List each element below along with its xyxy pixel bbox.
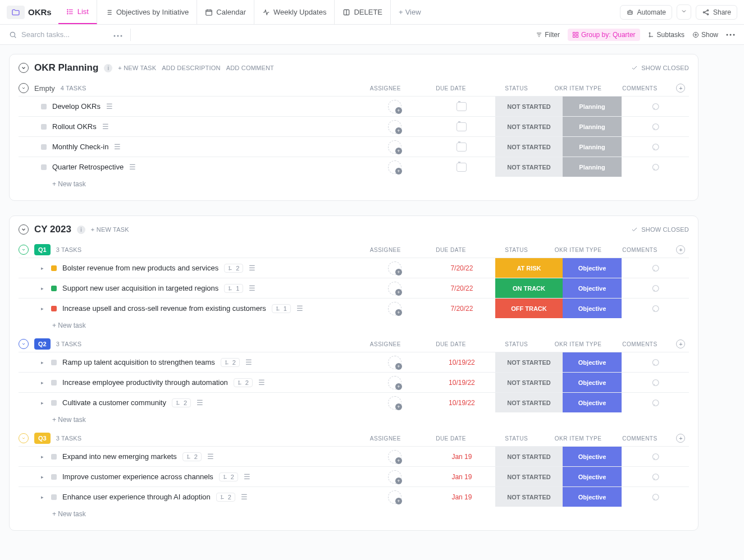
add-column-button[interactable]: + [676, 245, 685, 254]
due-date-button[interactable] [457, 122, 467, 131]
description-icon[interactable]: ☰ [245, 358, 252, 366]
task-row[interactable]: ▸ Ramp up talent acquisition to strength… [19, 352, 689, 372]
status-square-icon[interactable] [51, 494, 57, 500]
col-status[interactable]: STATUS [483, 85, 549, 91]
subtask-count[interactable]: 2 [219, 472, 238, 481]
section-collapse-toggle[interactable] [19, 63, 29, 73]
col-status[interactable]: STATUS [483, 435, 549, 442]
tab-objectives[interactable]: Objectives by Initiative [97, 0, 197, 24]
description-icon[interactable]: ☰ [207, 452, 214, 461]
assignee-add-button[interactable] [388, 302, 401, 315]
assignee-add-button[interactable] [388, 490, 401, 504]
type-chip[interactable]: Objective [563, 352, 622, 372]
col-status[interactable]: STATUS [483, 341, 549, 347]
search-more-button[interactable] [110, 27, 126, 42]
comment-icon[interactable] [650, 163, 660, 172]
col-assignee[interactable]: ASSIGNEE [353, 85, 418, 91]
comment-icon[interactable] [650, 452, 660, 461]
add-column-button[interactable]: + [676, 434, 685, 443]
expand-caret-icon[interactable]: ▸ [41, 380, 45, 385]
status-square-icon[interactable] [51, 454, 57, 460]
subtask-count[interactable]: 1 [272, 304, 291, 313]
due-date[interactable]: 10/19/22 [428, 393, 496, 412]
tab-calendar[interactable]: Calendar [197, 0, 254, 24]
type-chip[interactable]: Objective [563, 373, 622, 392]
status-chip[interactable]: NOT STARTED [495, 97, 563, 116]
description-icon[interactable]: ☰ [244, 472, 250, 481]
status-chip[interactable]: NOT STARTED [495, 467, 563, 486]
section-collapse-toggle[interactable] [19, 224, 29, 235]
group-collapse-toggle[interactable] [19, 339, 29, 349]
status-chip[interactable]: NOT STARTED [495, 137, 563, 157]
assignee-add-button[interactable] [388, 140, 401, 154]
status-square-icon[interactable] [41, 124, 47, 130]
due-date[interactable]: 7/20/22 [428, 258, 496, 278]
add-comment-button[interactable]: ADD COMMENT [226, 65, 274, 71]
task-row[interactable]: ▸ Enhance user experience through AI ado… [19, 486, 689, 507]
share-button[interactable]: Share [696, 5, 737, 20]
new-task-row-button[interactable]: + New task [19, 507, 689, 518]
expand-caret-icon[interactable]: ▸ [41, 286, 45, 291]
task-row[interactable]: ▸ Increase upsell and cross-sell revenue… [19, 298, 689, 318]
status-chip[interactable]: OFF TRACK [495, 299, 563, 318]
assignee-add-button[interactable] [388, 450, 401, 463]
expand-caret-icon[interactable]: ▸ [41, 474, 45, 480]
expand-caret-icon[interactable]: ▸ [41, 494, 45, 500]
type-chip[interactable]: Planning [563, 137, 622, 157]
new-task-row-button[interactable]: + New task [19, 412, 689, 424]
comment-icon[interactable] [650, 122, 660, 131]
assignee-add-button[interactable] [388, 470, 401, 484]
automate-dropdown[interactable] [677, 4, 691, 20]
assignee-add-button[interactable] [388, 120, 401, 134]
comment-icon[interactable] [650, 472, 660, 481]
assignee-add-button[interactable] [388, 160, 401, 174]
type-chip[interactable]: Objective [563, 258, 622, 278]
description-icon[interactable]: ☰ [197, 398, 203, 407]
subtasks-button[interactable]: Subtasks [648, 31, 684, 39]
subtask-count[interactable]: 2 [221, 358, 240, 367]
col-type[interactable]: OKR ITEM TYPE [549, 435, 607, 442]
status-chip[interactable]: NOT STARTED [495, 373, 563, 392]
group-badge[interactable]: Q3 [34, 433, 51, 444]
status-chip[interactable]: NOT STARTED [495, 352, 563, 372]
status-square-icon[interactable] [41, 164, 47, 170]
status-chip[interactable]: AT RISK [495, 258, 563, 278]
assignee-add-button[interactable] [388, 100, 401, 113]
task-row[interactable]: ▸ Support new user acquisition in target… [19, 278, 689, 298]
group-collapse-toggle[interactable] [19, 245, 29, 255]
task-row[interactable]: Monthly Check-in ☰ NOT STARTED Planning [19, 136, 689, 157]
status-square-icon[interactable] [51, 286, 57, 291]
status-chip[interactable]: NOT STARTED [495, 393, 563, 412]
col-comments[interactable]: COMMENTS [607, 85, 673, 91]
expand-caret-icon[interactable]: ▸ [41, 360, 45, 365]
assignee-add-button[interactable] [388, 282, 401, 295]
description-icon[interactable]: ☰ [296, 304, 303, 313]
task-row[interactable]: Rollout OKRs ☰ NOT STARTED Planning [19, 116, 689, 136]
show-button[interactable]: Show [692, 31, 718, 39]
col-type[interactable]: OKR ITEM TYPE [549, 85, 607, 91]
new-task-button[interactable]: + NEW TASK [118, 65, 156, 71]
subtask-count[interactable]: 1 [224, 284, 243, 293]
comment-icon[interactable] [650, 493, 660, 502]
status-chip[interactable]: NOT STARTED [495, 157, 563, 177]
assignee-add-button[interactable] [388, 396, 401, 410]
info-icon[interactable]: i [104, 64, 112, 72]
task-row[interactable]: Quarter Retrospective ☰ NOT STARTED Plan… [19, 157, 689, 177]
col-assignee[interactable]: ASSIGNEE [353, 435, 418, 442]
group-badge[interactable]: Q2 [34, 338, 51, 350]
description-icon[interactable]: ☰ [249, 264, 255, 272]
groupby-button[interactable]: Group by: Quarter [568, 29, 640, 41]
col-due[interactable]: DUE DATE [418, 85, 484, 91]
due-date[interactable]: Jan 19 [428, 487, 496, 507]
col-comments[interactable]: COMMENTS [607, 247, 673, 253]
type-chip[interactable]: Objective [563, 393, 622, 412]
col-assignee[interactable]: ASSIGNEE [353, 247, 418, 253]
tab-weekly[interactable]: Weekly Updates [254, 0, 335, 24]
comment-icon[interactable] [650, 284, 660, 293]
assignee-add-button[interactable] [388, 356, 401, 369]
description-icon[interactable]: ☰ [129, 163, 136, 171]
tab-delete[interactable]: DELETE [335, 0, 391, 24]
status-chip[interactable]: NOT STARTED [495, 487, 563, 507]
add-description-button[interactable]: ADD DESCRIPTION [162, 65, 220, 71]
status-chip[interactable]: NOT STARTED [495, 117, 563, 136]
